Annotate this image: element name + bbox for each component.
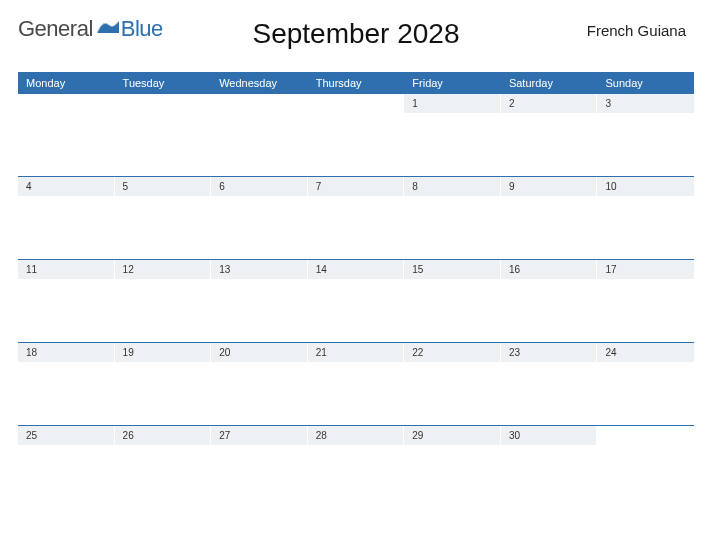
day-cell: 1 [404,94,501,176]
day-cell: 9 [501,177,598,259]
day-number: 17 [597,260,694,279]
day-cell: 22 [404,343,501,425]
day-cell: 29 [404,426,501,508]
header: General Blue September 2028 French Guian… [18,18,694,66]
weekday-header-row: Monday Tuesday Wednesday Thursday Friday… [18,72,694,94]
day-cell: 5 [115,177,212,259]
day-number: 27 [211,426,308,445]
day-cell: 23 [501,343,598,425]
weekday-friday: Friday [404,72,501,94]
weekday-monday: Monday [18,72,115,94]
day-number: 7 [308,177,405,196]
day-cell: 14 [308,260,405,342]
day-number: 21 [308,343,405,362]
day-number: 20 [211,343,308,362]
day-number: 12 [115,260,212,279]
day-cell: 19 [115,343,212,425]
weekday-thursday: Thursday [308,72,405,94]
day-number: 19 [115,343,212,362]
day-number: 5 [115,177,212,196]
day-cell: 28 [308,426,405,508]
day-number: 13 [211,260,308,279]
day-cell: 25 [18,426,115,508]
day-cell: 10 [597,177,694,259]
weekday-sunday: Sunday [597,72,694,94]
day-number: 6 [211,177,308,196]
day-number: 23 [501,343,598,362]
day-cell: 18 [18,343,115,425]
week-row: 25 26 27 28 29 30 [18,425,694,508]
day-cell: 6 [211,177,308,259]
day-cell [115,94,212,176]
day-number: 22 [404,343,501,362]
region-label: French Guiana [587,18,694,39]
day-number: 26 [115,426,212,445]
logo-text-blue: Blue [121,16,163,42]
logo-wave-icon [97,21,119,37]
day-number: 2 [501,94,598,113]
day-cell [308,94,405,176]
day-cell [597,426,694,508]
day-number: 24 [597,343,694,362]
day-cell: 16 [501,260,598,342]
day-cell: 17 [597,260,694,342]
week-row: 11 12 13 14 15 16 17 [18,259,694,342]
day-number: 18 [18,343,115,362]
day-cell: 26 [115,426,212,508]
day-number: 28 [308,426,405,445]
day-number: 9 [501,177,598,196]
week-row: 1 2 3 [18,94,694,176]
day-number: 30 [501,426,598,445]
day-number: 3 [597,94,694,113]
day-cell: 30 [501,426,598,508]
day-cell: 20 [211,343,308,425]
day-cell: 27 [211,426,308,508]
day-cell: 21 [308,343,405,425]
day-number: 1 [404,94,501,113]
day-cell: 4 [18,177,115,259]
day-number: 11 [18,260,115,279]
day-number: 8 [404,177,501,196]
day-number: 25 [18,426,115,445]
day-cell [211,94,308,176]
logo: General Blue [18,16,163,42]
day-cell: 11 [18,260,115,342]
day-number: 29 [404,426,501,445]
day-cell: 8 [404,177,501,259]
day-cell: 24 [597,343,694,425]
day-cell: 12 [115,260,212,342]
day-cell: 15 [404,260,501,342]
day-cell: 13 [211,260,308,342]
weekday-tuesday: Tuesday [115,72,212,94]
calendar-grid: Monday Tuesday Wednesday Thursday Friday… [18,72,694,508]
day-cell: 2 [501,94,598,176]
day-cell: 3 [597,94,694,176]
day-cell [18,94,115,176]
day-number: 16 [501,260,598,279]
day-number: 10 [597,177,694,196]
weekday-wednesday: Wednesday [211,72,308,94]
logo-text-general: General [18,16,93,42]
day-cell: 7 [308,177,405,259]
week-row: 4 5 6 7 8 9 10 [18,176,694,259]
calendar-page: General Blue September 2028 French Guian… [0,0,712,508]
week-row: 18 19 20 21 22 23 24 [18,342,694,425]
day-number: 14 [308,260,405,279]
day-number: 15 [404,260,501,279]
day-number: 4 [18,177,115,196]
weekday-saturday: Saturday [501,72,598,94]
